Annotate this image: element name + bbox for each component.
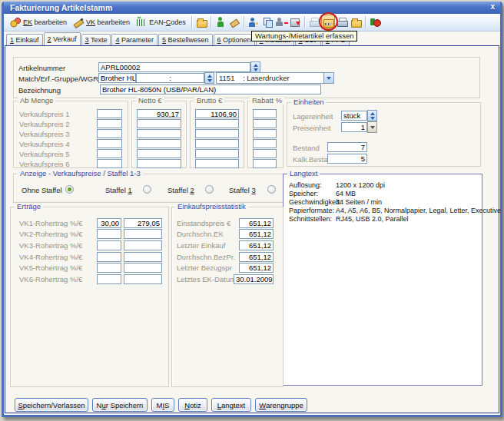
letztes-ek-datum-input[interactable]: 30.01.2009 /Fr [234, 274, 274, 284]
staffel-3-radio[interactable] [267, 185, 276, 194]
netto-input-4[interactable] [137, 139, 181, 148]
verkaufspreis-1-label: Verkaufspreis 1 [19, 110, 69, 118]
printer-disabled-icon [309, 17, 320, 28]
vk6-pct-input[interactable] [97, 274, 121, 284]
letzter-einkauf-input[interactable]: 651,12 [239, 240, 274, 250]
edit-button[interactable] [227, 15, 241, 29]
vk4-pct-input[interactable] [97, 252, 121, 262]
print-button[interactable] [335, 15, 349, 29]
person-transfer-button[interactable] [274, 15, 288, 29]
netto-input-6[interactable] [137, 159, 181, 168]
verkaufspreis-3-label: Verkaufspreis 3 [19, 130, 69, 138]
tab-optionen[interactable]: 6 Optionen [214, 34, 255, 45]
ohne-staffel-radio[interactable] [65, 185, 74, 194]
ean-codes-button[interactable]: EAN-Codes [133, 15, 189, 29]
ab-menge-input-1[interactable] [97, 109, 122, 118]
vk3-pct-input[interactable] [97, 240, 121, 250]
tab-bestellwesen[interactable]: 5 Bestellwesen [158, 34, 213, 45]
speichern-verlassen-button[interactable]: Speichern/Verlassen [15, 398, 88, 412]
ab-menge-input-4[interactable] [97, 139, 122, 148]
ab-menge-input-3[interactable] [97, 129, 122, 138]
rabatt-input-2[interactable] [253, 119, 277, 128]
tab-einkauf[interactable]: 1 Einkauf [6, 34, 43, 45]
warengruppe-combo[interactable]: 1151 : Laserdrucker [216, 72, 334, 84]
brutto-input-5[interactable] [195, 149, 239, 158]
durchschn-bezpr-input[interactable]: 651,12 [239, 252, 274, 262]
vk-bearbeiten-button[interactable]: VK bearbeiten [70, 15, 133, 29]
rabatt-input-4[interactable] [253, 139, 277, 148]
tooltip: Wartungs-/Mietartikel erfassen [251, 31, 357, 41]
einstandspreis-input[interactable]: 651,12 [239, 218, 274, 228]
bestand-input[interactable]: 7 [327, 142, 367, 152]
artikelnummer-input[interactable]: APRL00002 [98, 62, 250, 72]
bezeichnung-input[interactable]: Brother HL-8050N (USB/PAR/LAN) [100, 85, 321, 94]
langtext-button[interactable]: Langtext [211, 398, 251, 412]
person-price-button[interactable] [247, 15, 260, 29]
copy-button[interactable] [260, 15, 274, 29]
preiseinheit-input[interactable]: 1 [341, 122, 367, 132]
langtext-value: A4, A5, A6, B5, Normalpapier, Legal, Let… [336, 207, 501, 214]
nur-speichern-button[interactable]: Nur Speichern [92, 398, 148, 412]
brutto-input-6[interactable] [195, 159, 239, 168]
preiseinheit-dropdown-icon[interactable] [367, 121, 377, 133]
close-icon[interactable]: x [490, 2, 495, 11]
exit-button[interactable] [368, 15, 382, 29]
vk1-eur-input[interactable]: 279,05 [124, 218, 162, 228]
staffel-1-label: Staffel 1 [105, 186, 132, 194]
netto-input-3[interactable] [137, 129, 181, 138]
match-input[interactable]: Brother HL [98, 73, 136, 83]
lagereinheit-input[interactable]: stück [341, 111, 367, 121]
window-title: Fakturierung Artikelstamm [10, 3, 112, 12]
rabatt-input-5[interactable] [253, 149, 277, 158]
tab-verkauf[interactable]: 2 Verkauf [44, 32, 81, 45]
vk5-eur-input[interactable] [124, 263, 162, 273]
netto-input-2[interactable] [137, 119, 181, 128]
vk3-eur-input[interactable] [124, 240, 162, 250]
erf-gruppe-input[interactable]: : [136, 73, 204, 83]
toolbar: EK bearbeiten VK bearbeiten EAN-Codes [4, 14, 500, 31]
vk6-eur-input[interactable] [124, 274, 162, 284]
person-button[interactable] [214, 15, 227, 29]
vk4-eur-input[interactable] [124, 252, 162, 262]
brutto-input-2[interactable] [195, 119, 239, 128]
staffel-2-radio[interactable] [205, 185, 214, 194]
mis-button[interactable]: MIS [151, 398, 174, 412]
vk1-rohertrag-label: VK1-Rohertrag %/€ [19, 219, 82, 227]
vk5-pct-input[interactable] [97, 263, 121, 273]
wartungs-mietartikel-button[interactable] [321, 15, 335, 29]
erf-gruppe-spinner[interactable] [204, 72, 214, 84]
kalk-bestand-input[interactable]: 5 [327, 154, 367, 164]
vk2-pct-input[interactable] [97, 229, 121, 239]
netto-input-1[interactable]: 930,17 [137, 109, 181, 118]
folder-button[interactable] [349, 15, 363, 29]
rabatt-input-3[interactable] [253, 129, 277, 138]
letzter-bezugspr-input[interactable]: 651,12 [239, 263, 274, 273]
footer-buttons: Speichern/Verlassen Nur Speichern MIS No… [15, 398, 307, 412]
warengruppe-button[interactable]: Warengruppe [255, 398, 307, 412]
vk1-pct-input[interactable]: 30,00 [97, 218, 121, 228]
durchschn-ek-input[interactable]: 651,12 [239, 229, 274, 239]
toolbar-separator [211, 16, 211, 28]
ab-menge-input-5[interactable] [97, 149, 122, 158]
dropdown-icon[interactable] [323, 73, 333, 83]
staffel-1-radio[interactable] [143, 185, 151, 194]
archive-button[interactable] [288, 15, 302, 29]
artikelnummer-spinner[interactable] [250, 61, 260, 73]
notiz-button[interactable]: Notiz [178, 398, 207, 412]
brutto-input-4[interactable] [195, 139, 239, 148]
langtext-value: 34 Seiten / min [336, 198, 382, 206]
vk2-eur-input[interactable] [124, 229, 162, 239]
ek-bearbeiten-button[interactable]: EK bearbeiten [7, 15, 70, 29]
ab-menge-input-2[interactable] [97, 119, 122, 128]
open-folder-button[interactable] [194, 15, 208, 29]
lagereinheit-spinner[interactable] [367, 110, 377, 121]
rabatt-input-6[interactable] [253, 159, 277, 168]
tab-texte[interactable]: 3 Texte [81, 34, 111, 45]
rabatt-input-1[interactable] [253, 109, 277, 118]
brutto-input-3[interactable] [195, 129, 239, 138]
tab-parameter[interactable]: 4 Parameter [111, 34, 158, 45]
brutto-input-1[interactable]: 1106,90 [195, 109, 239, 118]
ab-menge-input-6[interactable] [97, 159, 122, 168]
staffel-2-label: Staffel 2 [167, 186, 194, 194]
netto-input-5[interactable] [137, 149, 181, 158]
